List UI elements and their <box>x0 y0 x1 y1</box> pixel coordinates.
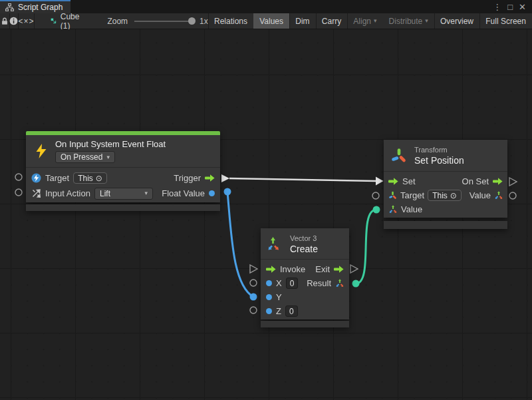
transform-port-icon <box>388 191 397 200</box>
node-on-input-system-event-float[interactable]: On Input System Event Float On Pressed ▾… <box>26 131 220 211</box>
flow-arrow-icon[interactable] <box>493 178 503 185</box>
node-category: Transform <box>414 146 464 154</box>
lightning-icon <box>34 143 49 159</box>
graph-toolbar: <×> Cube (1) Zoom 1x Relations Values Di… <box>0 13 532 29</box>
value-out-label: Value <box>469 190 491 200</box>
zoom-value: 1x <box>200 17 208 26</box>
wire-trigger-to-set[interactable] <box>229 177 384 186</box>
distribute-button[interactable]: Distribute ▾ <box>383 13 434 29</box>
y-label: Y <box>276 292 282 302</box>
flow-arrow-icon[interactable] <box>205 174 215 182</box>
invoke-label: Invoke <box>280 264 305 274</box>
vector3-node-footer <box>261 321 349 327</box>
port-value-out[interactable] <box>509 192 516 199</box>
chevron-down-icon: ▾ <box>425 18 428 24</box>
port-transform-target-in[interactable] <box>372 192 379 199</box>
vector3-icon <box>267 236 283 252</box>
flow-arrow-icon[interactable] <box>334 266 344 273</box>
window-controls: ⋮ □ ✕ <box>493 0 532 13</box>
on-set-label: On Set <box>462 176 489 186</box>
node-title: Create <box>290 244 318 254</box>
event-target-field[interactable]: This ⊙ <box>73 172 107 184</box>
port-invoke-in[interactable] <box>250 265 257 273</box>
x-port-icon[interactable] <box>266 280 272 286</box>
graph-icon <box>5 3 14 11</box>
input-action-icon <box>31 188 41 198</box>
port-event-inputaction-in[interactable] <box>15 189 22 196</box>
set-label: Set <box>402 176 416 186</box>
input-action-dropdown[interactable]: Lift ▾ <box>94 188 153 200</box>
graph-reference-breadcrumb[interactable]: Cube (1) <box>51 12 82 31</box>
node-transform-set-position[interactable]: Transform Set Position Set On Set <box>384 140 507 229</box>
vector3-port-icon[interactable] <box>335 279 344 288</box>
port-event-target-in[interactable] <box>15 174 22 180</box>
node-title: On Input System Event Float <box>55 139 166 150</box>
transform-target-field[interactable]: This ⊙ <box>428 190 462 201</box>
zoom-slider[interactable] <box>134 21 194 22</box>
port-trigger-out[interactable] <box>221 174 229 182</box>
y-port-icon[interactable] <box>266 294 272 300</box>
lock-icon <box>0 17 9 26</box>
input-action-label: Input Action <box>45 188 90 198</box>
port-exit-out[interactable] <box>350 265 358 273</box>
transform-node-footer <box>384 221 507 229</box>
transform-icon <box>390 147 408 164</box>
zoom-label: Zoom <box>107 17 128 26</box>
exit-label: Exit <box>315 264 330 274</box>
float-value-label: Float Value <box>162 188 205 198</box>
transform-target-row: Target This ⊙ Value <box>384 188 507 202</box>
align-button[interactable]: Align ▾ <box>347 13 382 29</box>
graph-canvas[interactable]: On Input System Event Float On Pressed ▾… <box>0 29 532 400</box>
dim-button[interactable]: Dim <box>289 13 315 29</box>
port-y-in[interactable] <box>250 294 257 301</box>
float-value-port-icon[interactable] <box>209 190 215 196</box>
event-target-row: Target This ⊙ Trigger <box>26 170 220 186</box>
event-mode-dropdown[interactable]: On Pressed ▾ <box>55 151 115 163</box>
flow-arrow-icon[interactable] <box>266 266 276 273</box>
graph-node-icon <box>51 17 57 25</box>
close-icon[interactable]: ✕ <box>519 3 526 11</box>
info-button[interactable] <box>9 13 18 29</box>
vector3-port-icon[interactable] <box>494 191 503 200</box>
z-port-icon[interactable] <box>266 308 272 314</box>
x-value-field[interactable]: 0 <box>286 278 299 289</box>
flow-arrow-icon[interactable] <box>388 178 398 185</box>
node-vector3-create[interactable]: Vector 3 Create Invoke Exit <box>261 228 349 327</box>
port-z-in[interactable] <box>250 307 257 313</box>
values-button[interactable]: Values <box>253 13 289 29</box>
input-system-icon <box>31 173 41 183</box>
port-x-in[interactable] <box>250 280 257 286</box>
wire-floatvalue-to-y[interactable] <box>227 192 253 297</box>
port-floatvalue-out[interactable] <box>224 188 231 196</box>
zoom-slider-knob[interactable] <box>188 17 196 25</box>
object-picker-icon: ⊙ <box>450 191 457 200</box>
visual-scripting-window: Script Graph ⋮ □ ✕ <×> <box>0 0 532 400</box>
carry-button[interactable]: Carry <box>316 13 347 29</box>
port-transform-value-in[interactable] <box>373 206 380 214</box>
overview-button[interactable]: Overview <box>434 13 479 29</box>
event-node-footer <box>26 204 220 211</box>
vector3-y-row: Y <box>261 290 349 304</box>
tab-label: Script Graph <box>18 3 63 12</box>
relations-button[interactable]: Relations <box>208 13 253 29</box>
target-label: Target <box>400 190 424 200</box>
full-screen-button[interactable]: Full Screen <box>479 13 532 29</box>
info-icon <box>9 17 18 25</box>
lock-button[interactable] <box>0 13 9 29</box>
wire-result-to-value[interactable] <box>356 210 376 284</box>
z-value-field[interactable]: 0 <box>285 305 298 317</box>
x-label: X <box>276 278 282 288</box>
port-onset-out[interactable] <box>509 178 517 186</box>
object-picker-icon: ⊙ <box>96 174 102 183</box>
zoom-control: Zoom 1x <box>107 17 207 26</box>
more-menu-icon[interactable]: ⋮ <box>493 3 501 11</box>
vector3-port-icon[interactable] <box>388 205 397 214</box>
port-result-out[interactable] <box>352 280 360 288</box>
maximize-icon[interactable]: □ <box>507 3 513 11</box>
transform-value-row: Value <box>384 202 507 216</box>
z-label: Z <box>276 306 281 316</box>
vector3-invoke-row: Invoke Exit <box>261 262 349 276</box>
graph-reference-label: Cube (1) <box>61 12 82 31</box>
vector3-x-row: X 0 Result <box>261 276 349 290</box>
preview-code-button[interactable]: <×> <box>18 13 34 29</box>
